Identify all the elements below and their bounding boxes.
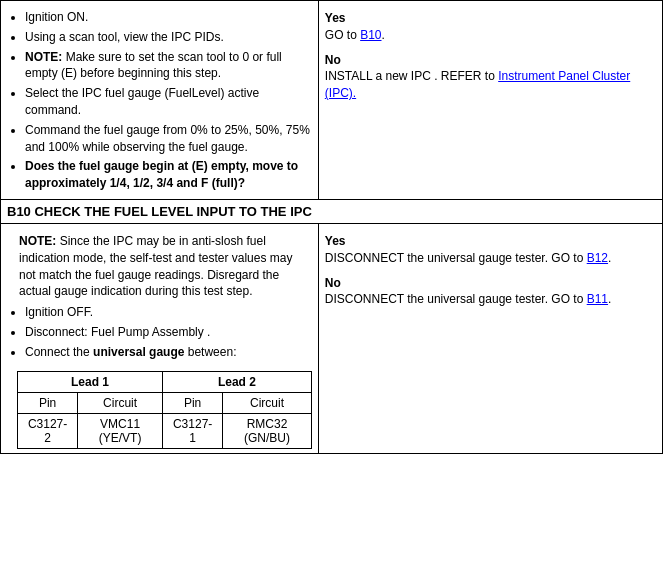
table-row: C3127-2 VMC11 (YE/VT) C3127-1 RMC32 (GN/… [18,413,312,448]
last-bullet-text: Does the fuel gauge begin at (E) empty, … [25,159,298,190]
b10-no-section: No DISCONNECT the universal gauge tester… [325,275,656,309]
b10-note-block: NOTE: Since the IPC may be in anti-slosh… [19,233,312,300]
b10-no-paragraph: No DISCONNECT the universal gauge tester… [325,275,656,309]
circuit2-header: Circuit [223,392,312,413]
yes-label: Yes [325,11,346,25]
lead-table: Lead 1 Lead 2 Pin Circuit Pin Circuit C3… [17,371,312,449]
note-label: NOTE: [19,234,56,248]
list-item: Command the fuel gauge from 0% to 25%, 5… [25,122,312,156]
note-content: Since the IPC may be in anti-slosh fuel … [19,234,292,298]
b10-yes-paragraph: Yes DISCONNECT the universal gauge teste… [325,233,656,267]
top-bullet-list: Ignition ON. Using a scan tool, view the… [25,9,312,192]
pin2-header: Pin [163,392,223,413]
b10-header: B10 CHECK THE FUEL LEVEL INPUT TO THE IP… [1,199,663,223]
list-item-bold: Does the fuel gauge begin at (E) empty, … [25,158,312,192]
b10-bullet-list: Ignition OFF. Disconnect: Fuel Pump Asse… [25,304,312,360]
b10-yes-label: Yes [325,234,346,248]
yes-section: Yes GO to B10. [325,10,656,44]
b10-header-row: B10 CHECK THE FUEL LEVEL INPUT TO THE IP… [1,199,663,223]
no-paragraph: No INSTALL a new IPC . REFER to Instrume… [325,52,656,102]
b10-no-link[interactable]: B11 [587,292,608,306]
no-label: No [325,53,341,67]
pin1-header: Pin [18,392,78,413]
top-section-row: Ignition ON. Using a scan tool, view the… [1,1,663,200]
list-item: Disconnect: Fuel Pump Assembly . [25,324,312,341]
b10-yes-link[interactable]: B12 [587,251,608,265]
b10-yes-text: DISCONNECT the universal gauge tester. G… [325,251,587,265]
list-item: NOTE: Make sure to set the scan tool to … [25,49,312,83]
lead2-pin: C3127-1 [163,413,223,448]
top-right-cell: Yes GO to B10. No INSTALL a new IPC . RE… [318,1,662,200]
lead1-header: Lead 1 [18,371,163,392]
main-table: Ignition ON. Using a scan tool, view the… [0,0,663,454]
b10-content-row: NOTE: Since the IPC may be in anti-slosh… [1,223,663,453]
lead1-pin: C3127-2 [18,413,78,448]
yes-paragraph: Yes GO to B10. [325,10,656,44]
no-section: No INSTALL a new IPC . REFER to Instrume… [325,52,656,102]
universal-gauge-bold: universal gauge [93,345,184,359]
yes-link[interactable]: B10 [360,28,381,42]
b10-no-label: No [325,276,341,290]
b10-no-text: DISCONNECT the universal gauge tester. G… [325,292,587,306]
col-label-row: Pin Circuit Pin Circuit [18,392,312,413]
yes-text: GO to [325,28,360,42]
circuit1-header: Circuit [78,392,163,413]
lead2-header: Lead 2 [163,371,312,392]
b10-left-cell: NOTE: Since the IPC may be in anti-slosh… [1,223,319,453]
list-item: Using a scan tool, view the IPC PIDs. [25,29,312,46]
note-label: NOTE: [25,50,62,64]
b10-note: NOTE: Since the IPC may be in anti-slosh… [19,233,312,300]
lead2-circuit: RMC32 (GN/BU) [223,413,312,448]
lead-header-row: Lead 1 Lead 2 [18,371,312,392]
list-item: Ignition OFF. [25,304,312,321]
no-text: INSTALL a new IPC . REFER to [325,69,498,83]
top-left-cell: Ignition ON. Using a scan tool, view the… [1,1,319,200]
b10-yes-section: Yes DISCONNECT the universal gauge teste… [325,233,656,267]
list-item: Connect the universal gauge between: [25,344,312,361]
list-item: Select the IPC fuel gauge (FuelLevel) ac… [25,85,312,119]
lead1-circuit: VMC11 (YE/VT) [78,413,163,448]
list-item: Ignition ON. [25,9,312,26]
b10-right-cell: Yes DISCONNECT the universal gauge teste… [318,223,662,453]
